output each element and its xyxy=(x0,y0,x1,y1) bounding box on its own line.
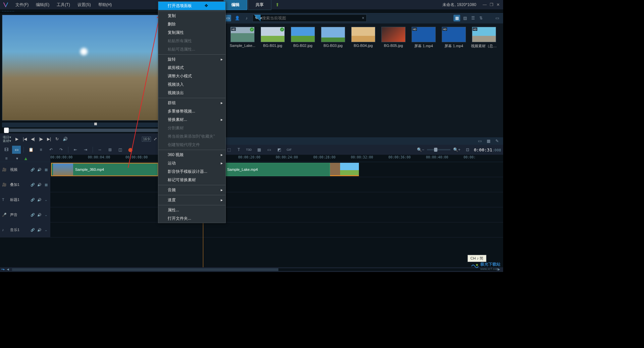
music-track-content[interactable] xyxy=(50,222,503,237)
volume-button[interactable]: 🔊 xyxy=(61,135,69,143)
track-expand-icon[interactable]: ⌄ xyxy=(44,227,48,232)
restore-button[interactable]: ❐ xyxy=(489,2,494,7)
track-mute-icon[interactable]: 🔊 xyxy=(37,227,42,232)
context-menu-item[interactable]: 打开文件夹... xyxy=(158,214,225,223)
prev-frame-button[interactable]: ◀| xyxy=(29,135,37,143)
timeline-ruler[interactable]: ≡ ▾ ▲ 00:00:00:0000:00:04:0000:00:08:000… xyxy=(0,155,503,162)
search-clear[interactable]: × xyxy=(362,16,364,20)
context-menu-item[interactable]: 运动 xyxy=(158,159,225,167)
voice-track-content[interactable] xyxy=(50,207,503,222)
context-menu-item[interactable]: 删除 xyxy=(158,20,225,28)
timeline-timecode[interactable]: 0:00:31:008 xyxy=(474,147,501,152)
ime-indicator[interactable]: CH ♪ 简 xyxy=(468,255,487,262)
search-input[interactable] xyxy=(262,16,362,20)
media-item[interactable]: BG-B02.jpg xyxy=(289,27,316,49)
tl-tool-4[interactable]: ⇥ xyxy=(81,146,90,154)
track-expand-icon[interactable]: ⌄ xyxy=(44,197,48,202)
loop-button[interactable]: ↻ xyxy=(53,135,61,143)
track-link-icon[interactable]: 🔗 xyxy=(30,212,35,217)
media-item[interactable]: HD屏幕 1.mp4 xyxy=(440,27,467,49)
context-menu-item[interactable]: 多重修整视频... xyxy=(158,107,225,116)
tl-tool-2[interactable]: ≡ xyxy=(37,146,45,154)
fit-timeline-icon[interactable]: ⊡ xyxy=(463,146,472,154)
close-button[interactable]: ✕ xyxy=(496,2,500,7)
clip-image[interactable] xyxy=(340,163,359,176)
clip-sample-360[interactable]: Sample_360.mp4 xyxy=(51,163,158,176)
track-sort-icon[interactable]: ▲ xyxy=(23,156,28,161)
aspect-ratio[interactable]: 16:9 xyxy=(142,137,151,142)
context-menu-item[interactable]: 音频 xyxy=(158,186,225,194)
track-fx-icon[interactable]: ▦ xyxy=(44,167,48,172)
tl-tool-3[interactable]: ⇤ xyxy=(71,146,80,154)
lib-foot-3[interactable]: ✎ xyxy=(494,138,500,144)
menu-help[interactable]: 帮助(H) xyxy=(95,1,115,9)
context-menu-item[interactable]: 视频淡出 xyxy=(158,89,225,97)
context-menu-item[interactable]: 标记可替换素材 xyxy=(158,176,225,184)
zoom-in-icon[interactable]: 🔍+ xyxy=(452,146,461,154)
media-item[interactable]: BG-B03.jpg xyxy=(320,27,346,49)
go-end-button[interactable]: ▶| xyxy=(45,135,53,143)
menu-edit[interactable]: 编辑(E) xyxy=(33,1,53,9)
clip-transition[interactable] xyxy=(330,163,340,176)
tl-zoom-fit[interactable]: ↔ xyxy=(96,146,104,154)
track-opts-2[interactable]: ▾ xyxy=(13,154,21,162)
media-item[interactable]: BG-B04.jpg xyxy=(350,27,377,49)
timeline-scrollbar[interactable]: ••▸ ◀ ▶ xyxy=(0,267,503,272)
menu-settings[interactable]: 设置(S) xyxy=(74,1,94,9)
tl-tool-5[interactable]: ⊞ xyxy=(106,146,114,154)
lib-foot-2[interactable]: ▦ xyxy=(485,138,492,144)
undo-icon[interactable]: ↶ xyxy=(47,146,55,154)
lib-extra-icon[interactable]: ▭ xyxy=(494,15,500,21)
track-fx-icon[interactable]: ▦ xyxy=(44,182,48,187)
track-link-icon[interactable]: 🔗 xyxy=(30,227,35,232)
context-menu-item[interactable]: 调整大小模式 xyxy=(158,72,225,80)
lib-foot-1[interactable]: ▭ xyxy=(476,138,483,144)
media-item[interactable]: HD屏幕 1.mp4 xyxy=(410,27,437,49)
tl-text-icon[interactable]: T xyxy=(234,146,243,154)
go-start-button[interactable]: |◀ xyxy=(21,135,29,143)
view-medium-icon[interactable]: ▤ xyxy=(462,15,468,21)
track-link-icon[interactable]: 🔗 xyxy=(30,167,35,172)
media-item[interactable]: ✓BG-B01.jpg xyxy=(259,27,286,49)
storyboard-view-icon[interactable]: 🎞 xyxy=(2,146,11,154)
view-list-icon[interactable]: ☰ xyxy=(470,15,476,21)
tl-tool-1[interactable]: 📋 xyxy=(26,146,35,154)
track-mute-icon[interactable]: 🔊 xyxy=(37,182,42,187)
scrub-handle[interactable] xyxy=(4,128,9,133)
context-menu-item[interactable]: 旋转 xyxy=(158,55,225,64)
tl-3d-icon[interactable]: T3D xyxy=(245,146,253,154)
context-menu-item[interactable]: 打开选项面板 xyxy=(158,2,225,10)
media-item[interactable]: HD视频素材（总）... xyxy=(471,27,497,49)
sb-thumb[interactable] xyxy=(12,268,278,271)
sb-left[interactable]: ◀ xyxy=(7,268,11,272)
upload-icon[interactable]: ⬆ xyxy=(275,2,279,7)
track-mute-icon[interactable]: 🔊 xyxy=(37,167,42,172)
next-frame-button[interactable]: |▶ xyxy=(37,135,45,143)
title-track-content[interactable] xyxy=(50,192,503,207)
tl-tool-6[interactable]: ◫ xyxy=(116,146,124,154)
filter-audio-icon[interactable]: ♪ xyxy=(243,15,250,21)
tab-share[interactable]: 共享 xyxy=(248,0,271,10)
preview-mode-label[interactable]: 项目▾素材▾ xyxy=(3,135,11,143)
sort-icon[interactable]: ⇅ xyxy=(478,15,484,21)
track-link-icon[interactable]: 🔗 xyxy=(30,197,35,202)
tl-fx-4[interactable]: ▦ xyxy=(255,146,263,154)
context-menu-item[interactable]: 复制 xyxy=(158,12,225,20)
context-menu-item[interactable]: 复制属性 xyxy=(158,28,225,37)
track-mute-icon[interactable]: 🔊 xyxy=(37,212,42,217)
tl-fx-6[interactable]: ◩ xyxy=(275,146,283,154)
overlay-track-content[interactable] xyxy=(50,177,503,192)
search-box[interactable]: 🔍▾ × xyxy=(253,14,367,22)
minimize-button[interactable]: — xyxy=(482,2,487,7)
context-menu-item[interactable]: 速度 xyxy=(158,196,225,204)
zoom-slider[interactable] xyxy=(427,149,450,150)
context-menu-item[interactable]: 裁剪模式 xyxy=(158,64,225,72)
sb-menu[interactable]: ••▸ xyxy=(1,268,5,272)
context-menu-item[interactable]: 群组 xyxy=(158,99,225,107)
track-expand-icon[interactable]: ⌄ xyxy=(44,212,48,217)
track-mute-icon[interactable]: 🔊 xyxy=(37,197,42,202)
context-menu-item[interactable]: 属性... xyxy=(158,206,225,214)
context-menu-item[interactable]: 影音快手模板设计器... xyxy=(158,167,225,176)
menu-file[interactable]: 文件(F) xyxy=(12,1,32,9)
tab-edit[interactable]: 编辑 xyxy=(224,0,247,10)
